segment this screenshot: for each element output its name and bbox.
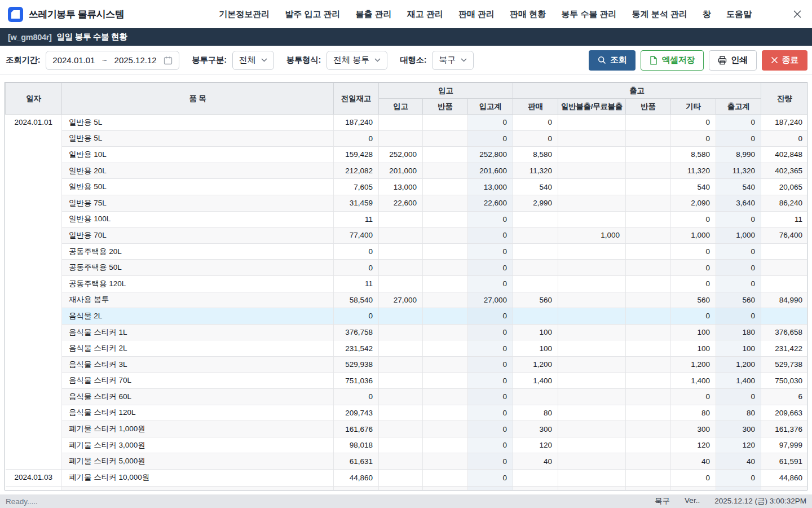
cell-sale <box>513 211 558 227</box>
cell-issue <box>558 179 626 195</box>
cell-out-total: 3,640 <box>716 195 761 211</box>
cell-item: 일반용 20L <box>62 163 334 179</box>
cell-in-return <box>423 308 468 325</box>
cell-in-total: 0 <box>468 340 513 357</box>
table-row[interactable]: 음식물 2L0000 <box>6 308 808 325</box>
cell-item: 재사용 봉투 <box>62 292 334 308</box>
menu-item-sales-status[interactable]: 판매 현황 <box>510 9 546 20</box>
cell-item: 공동주택용 20L <box>62 243 334 260</box>
cell-prev-stock: 231,542 <box>334 340 379 357</box>
cell-in-total: 0 <box>468 308 513 325</box>
cell-prev-stock: 44,860 <box>334 470 379 487</box>
cell-issue <box>558 130 626 147</box>
table-row[interactable]: 음식물 스티커 60L00006 <box>6 389 808 405</box>
cell-in-total: 0 <box>468 389 513 405</box>
cell-issue <box>558 115 626 131</box>
col-header-in-total: 입고계 <box>468 99 513 115</box>
cell-in-return <box>423 227 468 244</box>
window-close-button[interactable] <box>793 10 802 19</box>
table-row[interactable]: 일반용 50L7,60513,00013,00054054054020,065 <box>6 179 808 195</box>
cell-sale <box>513 260 558 276</box>
table-row[interactable]: 공동주택용 20L0000 <box>6 243 808 260</box>
agency-label: 대행소: <box>400 55 426 65</box>
table-row[interactable]: 음식물 스티커 120L209,7430808080209,663 <box>6 405 808 421</box>
menu-item-inventory[interactable]: 재고 관리 <box>407 9 443 20</box>
table-row[interactable]: 공동주택용 50L0000 <box>6 260 808 276</box>
cell-item: 음식물 스티커 3L <box>62 356 334 373</box>
table-row[interactable]: 일반용 75L31,45922,60022,6002,9902,0903,640… <box>6 195 808 211</box>
cell-etc: 8,580 <box>671 147 716 163</box>
cell-prev-stock: 159,428 <box>334 147 379 163</box>
excel-save-button[interactable]: 엑셀저장 <box>641 50 704 71</box>
cell-in <box>379 275 423 292</box>
table-row[interactable]: 일반용 5L000000 <box>6 130 808 147</box>
cell-out-total: 80 <box>716 405 761 421</box>
menu-item-help[interactable]: 도움말 <box>726 9 752 20</box>
cell-remain: 44,860 <box>761 470 808 487</box>
cell-issue <box>558 470 626 487</box>
bag-format-value: 전체 봉투 <box>333 55 369 65</box>
cell-issue <box>558 195 626 211</box>
chevron-down-icon <box>374 58 381 62</box>
cell-issue <box>558 211 626 227</box>
cell-item <box>62 486 334 491</box>
table-row[interactable]: 일반용 10L159,428252,000252,8008,5808,5808,… <box>6 147 808 163</box>
table-row[interactable]: 음식물 스티커 70L751,03601,4001,4001,400750,03… <box>6 373 808 389</box>
table-row[interactable]: 폐기물 스티커 1,000원161,6760300300300161,376 <box>6 421 808 437</box>
agency-select[interactable]: 북구 <box>432 51 474 70</box>
cell-out-total: 300 <box>716 421 761 437</box>
print-button[interactable]: 인쇄 <box>709 50 756 71</box>
calendar-icon[interactable] <box>164 56 173 65</box>
table-row[interactable]: 공동주택용 120L11000 <box>6 275 808 292</box>
cell-remain: 402,365 <box>761 163 808 179</box>
date-from-value[interactable]: 2024.01.01 <box>52 55 95 65</box>
cell-in-return <box>423 486 468 491</box>
table-row[interactable]: 폐기물 스티커 5,000원61,631040404061,591 <box>6 453 808 470</box>
menu-item-sales-mgmt[interactable]: 판매 관리 <box>458 9 495 20</box>
date-to-value[interactable]: 2025.12.12 <box>114 55 157 65</box>
cell-sale: 8,580 <box>513 147 558 163</box>
table-row[interactable]: 음식물 스티커 2L231,5420100100100231,422 <box>6 340 808 357</box>
table-row[interactable]: 2024.01.03폐기물 스티커 10,000원44,86000044,860 <box>6 470 808 487</box>
cell-item: 일반용 70L <box>62 227 334 244</box>
cell-in-return <box>423 211 468 227</box>
table-row[interactable]: 일반용 70L77,40001,0001,0001,00076,400 <box>6 227 808 244</box>
table-row[interactable]: 재사용 봉투58,54027,00027,00056056056084,990 <box>6 292 808 308</box>
cell-sale <box>513 486 558 491</box>
cell-sale: 120 <box>513 437 558 453</box>
menu-item-basic-info[interactable]: 기본정보관리 <box>219 9 270 20</box>
bag-type-select[interactable]: 전체 <box>232 51 274 70</box>
cell-in: 13,000 <box>379 179 423 195</box>
search-button[interactable]: 조회 <box>589 50 636 71</box>
chevron-down-icon <box>261 58 267 62</box>
cell-in-total: 0 <box>468 470 513 487</box>
col-header-in-return: 반품 <box>423 99 468 115</box>
menu-item-issue[interactable]: 불출 관리 <box>356 9 392 20</box>
date-range-input[interactable]: 2024.01.01 ~ 2025.12.12 <box>46 51 179 70</box>
cell-in-return <box>423 324 468 340</box>
table-row[interactable]: 2024.01.01일반용 5L187,2400000187,240 <box>6 115 808 131</box>
cell-sale: 40 <box>513 453 558 470</box>
bag-format-select[interactable]: 전체 봉투 <box>326 51 387 70</box>
menu-item-window[interactable]: 창 <box>703 9 711 20</box>
cell-out-return <box>626 211 671 227</box>
close-icon <box>793 10 802 19</box>
cell-item: 일반용 75L <box>62 195 334 211</box>
menu-item-statistics[interactable]: 통계 분석 관리 <box>632 9 687 20</box>
cell-issue <box>558 243 626 260</box>
table-row[interactable]: 음식물 스티커 1L376,7580100100180376,658 <box>6 324 808 340</box>
table-row[interactable] <box>6 486 808 491</box>
table-row[interactable]: 일반용 20L212,082201,000201,60011,32011,320… <box>6 163 808 179</box>
cell-item: 음식물 스티커 1L <box>62 324 334 340</box>
cell-date <box>6 486 62 491</box>
cell-remain <box>761 275 808 292</box>
status-ready-text: Ready..... <box>6 497 38 506</box>
table-row[interactable]: 일반용 100L1100011 <box>6 211 808 227</box>
menu-item-order-inbound[interactable]: 발주 입고 관리 <box>285 9 340 20</box>
exit-button[interactable]: 종료 <box>762 50 807 71</box>
table-row[interactable]: 음식물 스티커 3L529,93801,2001,2001,200529,738 <box>6 356 808 373</box>
cell-in-return <box>423 405 468 421</box>
menu-item-bag-ledger[interactable]: 봉투 수불 관리 <box>561 9 616 20</box>
table-row[interactable]: 폐기물 스티커 3,000원98,018012012012097,999 <box>6 437 808 453</box>
exit-button-label: 종료 <box>782 55 798 65</box>
